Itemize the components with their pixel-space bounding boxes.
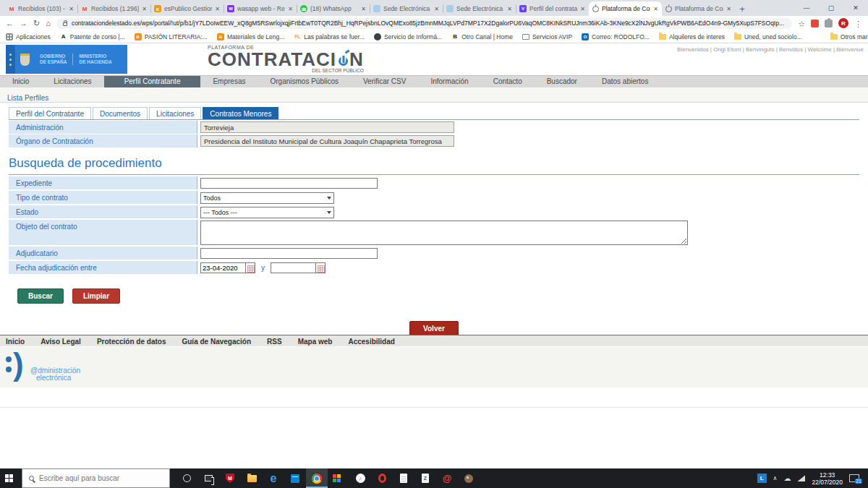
tab-close-icon[interactable] bbox=[726, 6, 731, 12]
bookmark-item[interactable]: Otro Canal | Home bbox=[451, 33, 513, 40]
browser-tab[interactable]: Sede Electrónica d... bbox=[443, 1, 516, 16]
nav-item[interactable]: Empresas bbox=[200, 76, 258, 87]
store-icon[interactable] bbox=[284, 468, 306, 488]
other-bookmarks[interactable]: Otros marcadores bbox=[830, 33, 868, 40]
bookmark-item[interactable]: PASIÓN LITERARIA:... bbox=[135, 33, 208, 40]
fecha-desde-input[interactable] bbox=[200, 262, 245, 273]
mcafee-icon[interactable]: M bbox=[219, 468, 241, 488]
nav-item[interactable]: Organismos Públicos bbox=[258, 76, 350, 87]
nav-item[interactable]: Licitaciones bbox=[41, 76, 103, 87]
browser-tab[interactable]: wasapp web - Resu... bbox=[224, 1, 297, 16]
onedrive-icon[interactable]: ☁ bbox=[783, 474, 791, 482]
tab-close-icon[interactable] bbox=[507, 6, 512, 12]
bookmark-item[interactable]: Las palabras se fuer... bbox=[294, 33, 365, 40]
tray-expand-icon[interactable]: ∧ bbox=[773, 475, 778, 481]
nav-item[interactable]: Verificar CSV bbox=[351, 76, 418, 87]
document-app-icon[interactable] bbox=[393, 468, 414, 488]
bookmark-item[interactable]: Materiales de Leng... bbox=[217, 33, 284, 40]
bookmark-item[interactable]: Servicio de Informá... bbox=[374, 33, 442, 40]
browser-tab[interactable]: Sede Electrónica d... bbox=[370, 1, 443, 16]
cortana-icon[interactable] bbox=[176, 468, 197, 488]
profile-avatar[interactable]: R bbox=[838, 18, 848, 28]
nav-item[interactable]: Perfil Contratante bbox=[104, 76, 201, 87]
profile-tab[interactable]: Licitaciones bbox=[149, 107, 201, 119]
profile-tab[interactable]: Documentos bbox=[93, 107, 148, 119]
nav-item[interactable]: Información bbox=[418, 76, 480, 87]
tab-close-icon[interactable] bbox=[288, 6, 293, 12]
bookmark-item[interactable]: Uned, uned sociolo... bbox=[734, 33, 802, 40]
itunes-icon[interactable]: ♪ bbox=[349, 468, 371, 488]
footer-link[interactable]: Guía de Navegación bbox=[182, 338, 251, 346]
bookmark-item[interactable]: Patente de corso |... bbox=[60, 33, 125, 40]
language-indicator[interactable]: L bbox=[757, 474, 767, 483]
home-icon[interactable] bbox=[46, 20, 51, 27]
browser-tab[interactable]: Plataforma de Cont... bbox=[589, 1, 662, 16]
bookmark-item[interactable]: Aplicaciones bbox=[6, 33, 51, 40]
calendar-icon[interactable] bbox=[315, 262, 326, 273]
footer-link[interactable]: Mapa web bbox=[298, 338, 333, 346]
bookmark-item[interactable]: Alquileres de interes bbox=[659, 33, 725, 40]
opera-icon[interactable] bbox=[371, 468, 393, 488]
gimp-icon[interactable] bbox=[458, 468, 480, 488]
network-icon[interactable] bbox=[797, 475, 805, 481]
tab-close-icon[interactable] bbox=[142, 6, 147, 12]
tab-close-icon[interactable] bbox=[215, 6, 220, 12]
close-icon[interactable] bbox=[843, 0, 868, 16]
lista-perfiles-link[interactable]: Lista Perfiles bbox=[7, 94, 48, 102]
url-box[interactable]: contrataciondelestado.es/wps/portal/!ut/… bbox=[56, 18, 792, 29]
maximize-icon[interactable] bbox=[819, 0, 843, 16]
notifications-icon[interactable]: 21 bbox=[849, 474, 859, 482]
footer-link[interactable]: Aviso Legal bbox=[41, 338, 81, 346]
buscar-button[interactable]: Buscar bbox=[17, 288, 64, 304]
footer-link[interactable]: RSS bbox=[267, 338, 282, 346]
footer-link[interactable]: Protección de datos bbox=[97, 338, 166, 346]
estado-select[interactable]: --- Todos --- bbox=[200, 207, 334, 218]
url-text[interactable]: contrataciondelestado.es/wps/portal/!ut/… bbox=[72, 20, 784, 27]
profile-tab[interactable]: Perfil del Contratante bbox=[9, 107, 91, 119]
bookmark-item[interactable]: Correo: RODOLFO... bbox=[582, 33, 650, 40]
start-button[interactable] bbox=[0, 468, 22, 488]
bookmark-star-icon[interactable] bbox=[798, 17, 805, 30]
taskbar-search-input[interactable] bbox=[39, 474, 155, 482]
browser-tab[interactable]: Recibidos (1.296) - bbox=[77, 1, 150, 16]
taskbar-search[interactable] bbox=[22, 468, 170, 488]
tiles-app-icon[interactable] bbox=[328, 468, 349, 488]
fecha-hasta-input[interactable] bbox=[271, 262, 315, 273]
footer-link[interactable]: Inicio bbox=[6, 338, 25, 346]
tab-close-icon[interactable] bbox=[653, 6, 658, 12]
calendar-icon[interactable] bbox=[245, 262, 255, 273]
arroba-app-icon[interactable]: @ bbox=[436, 468, 458, 488]
nav-item[interactable]: Buscador bbox=[535, 76, 590, 87]
edge-icon[interactable]: e bbox=[263, 468, 284, 488]
chrome-icon[interactable] bbox=[306, 468, 328, 488]
task-view-icon[interactable] bbox=[197, 468, 219, 488]
minimize-icon[interactable] bbox=[794, 0, 819, 16]
browser-tab[interactable]: (18) WhatsApp bbox=[297, 1, 370, 16]
profile-tab[interactable]: Contratos Menores bbox=[203, 107, 278, 119]
chrome-menu-icon[interactable] bbox=[854, 17, 862, 30]
reload-icon[interactable] bbox=[33, 20, 40, 27]
tab-close-icon[interactable] bbox=[580, 6, 585, 12]
browser-tab[interactable]: Plataforma de Cont... bbox=[662, 1, 735, 16]
browser-tab[interactable]: Recibidos (103) - c... bbox=[4, 1, 77, 16]
objeto-textarea[interactable] bbox=[200, 221, 688, 245]
expediente-input[interactable] bbox=[200, 178, 378, 189]
tab-close-icon[interactable] bbox=[361, 6, 366, 12]
back-icon[interactable] bbox=[6, 20, 14, 27]
nav-item[interactable]: Datos abiertos bbox=[590, 76, 660, 87]
footer-link[interactable]: Accesibilidad bbox=[348, 338, 394, 346]
nav-item[interactable]: Contacto bbox=[481, 76, 535, 87]
bookmark-item[interactable]: Servicios AVIP bbox=[522, 33, 572, 40]
clock[interactable]: 12:33 22/07/2020 bbox=[812, 471, 843, 486]
tab-close-icon[interactable] bbox=[69, 6, 74, 12]
new-tab-button[interactable] bbox=[735, 1, 749, 16]
nav-item[interactable]: Inicio bbox=[0, 76, 41, 87]
browser-tab[interactable]: Perfil del contratant... bbox=[516, 1, 589, 16]
extensions-puzzle-icon[interactable] bbox=[825, 20, 833, 27]
volver-button[interactable]: Volver bbox=[409, 321, 459, 336]
extension-icon[interactable] bbox=[811, 20, 819, 27]
file-explorer-icon[interactable] bbox=[241, 468, 263, 488]
tipo-contrato-select[interactable]: Todos bbox=[200, 192, 334, 204]
browser-tab[interactable]: esPublico Gestiona bbox=[150, 1, 224, 16]
forward-icon[interactable] bbox=[20, 20, 27, 27]
